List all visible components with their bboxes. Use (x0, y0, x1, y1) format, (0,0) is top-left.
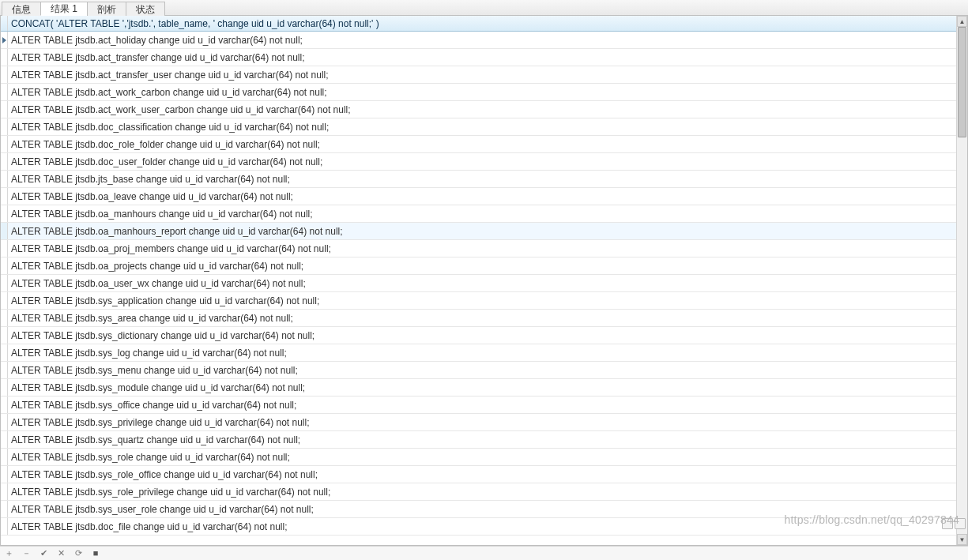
cell-value[interactable]: ALTER TABLE jtsdb.sys_role_office change… (8, 469, 321, 480)
table-row[interactable]: ALTER TABLE jtsdb.oa_proj_members change… (1, 240, 956, 257)
cell-value[interactable]: ALTER TABLE jtsdb.oa_proj_members change… (8, 243, 334, 254)
cell-value[interactable]: ALTER TABLE jtsdb.sys_role change uid u_… (8, 452, 293, 463)
cell-value[interactable]: ALTER TABLE jtsdb.act_transfer change ui… (8, 52, 308, 63)
table-row[interactable]: ALTER TABLE jtsdb.oa_projects change uid… (1, 257, 956, 275)
tab-1[interactable]: 结果 1 (40, 2, 88, 16)
cell-value[interactable]: ALTER TABLE jtsdb.oa_manhours_report cha… (8, 226, 346, 237)
cell-value[interactable]: ALTER TABLE jtsdb.oa_manhours change uid… (8, 209, 316, 220)
table-row[interactable]: ALTER TABLE jtsdb.act_transfer_user chan… (1, 66, 956, 84)
cell-value[interactable]: ALTER TABLE jtsdb.sys_menu change uid u_… (8, 365, 301, 376)
cell-value[interactable]: ALTER TABLE jtsdb.doc_file change uid u_… (8, 521, 291, 532)
table-row[interactable]: ALTER TABLE jtsdb.doc_role_folder change… (1, 136, 956, 153)
row-gutter (1, 501, 8, 517)
row-gutter (1, 414, 8, 430)
stop-icon[interactable]: ■ (90, 548, 101, 559)
table-row[interactable]: ALTER TABLE jtsdb.doc_file change uid u_… (1, 518, 956, 536)
table-row[interactable]: ALTER TABLE jtsdb.sys_role_privilege cha… (1, 483, 956, 501)
cancel-icon[interactable]: ✕ (55, 548, 66, 559)
cell-value[interactable]: ALTER TABLE jtsdb.jts_base change uid u_… (8, 174, 293, 185)
results-grid[interactable]: CONCAT( 'ALTER TABLE ','jtsdb.', table_n… (1, 16, 956, 536)
cell-value[interactable]: ALTER TABLE jtsdb.sys_log change uid u_i… (8, 348, 290, 359)
scroll-track[interactable] (957, 27, 967, 534)
row-gutter (1, 344, 8, 361)
cell-value[interactable]: ALTER TABLE jtsdb.sys_area change uid u_… (8, 313, 296, 324)
cell-value[interactable]: ALTER TABLE jtsdb.act_work_carbon change… (8, 87, 330, 98)
row-gutter (1, 483, 8, 500)
view-form-icon[interactable] (955, 518, 966, 529)
scroll-up-arrow-icon[interactable]: ▲ (957, 16, 967, 27)
scroll-thumb[interactable] (958, 27, 966, 137)
table-row[interactable]: ALTER TABLE jtsdb.sys_module change uid … (1, 379, 956, 397)
cell-value[interactable]: ALTER TABLE jtsdb.oa_leave change uid u_… (8, 191, 296, 202)
row-gutter (1, 49, 8, 66)
grid-header-row: CONCAT( 'ALTER TABLE ','jtsdb.', table_n… (1, 16, 956, 32)
table-row[interactable]: ALTER TABLE jtsdb.sys_privilege change u… (1, 414, 956, 431)
cell-value[interactable]: ALTER TABLE jtsdb.act_transfer_user chan… (8, 70, 332, 81)
table-row[interactable]: ALTER TABLE jtsdb.sys_application change… (1, 292, 956, 310)
table-row[interactable]: ALTER TABLE jtsdb.sys_role_office change… (1, 466, 956, 483)
tab-0[interactable]: 信息 (2, 2, 41, 16)
grid-wrap: CONCAT( 'ALTER TABLE ','jtsdb.', table_n… (1, 16, 956, 545)
header-gutter (1, 16, 8, 31)
cell-value[interactable]: ALTER TABLE jtsdb.doc_classification cha… (8, 122, 332, 133)
cell-value[interactable]: ALTER TABLE jtsdb.sys_module change uid … (8, 382, 308, 393)
table-row[interactable]: ALTER TABLE jtsdb.sys_log change uid u_i… (1, 344, 956, 362)
cell-value[interactable]: ALTER TABLE jtsdb.act_holiday change uid… (8, 35, 306, 46)
cell-value[interactable]: ALTER TABLE jtsdb.doc_role_folder change… (8, 139, 323, 150)
row-gutter (1, 84, 8, 100)
row-gutter (1, 101, 8, 118)
row-gutter (1, 223, 8, 239)
scroll-down-arrow-icon[interactable]: ▼ (957, 534, 967, 545)
cell-value[interactable]: ALTER TABLE jtsdb.sys_dictionary change … (8, 330, 318, 341)
row-gutter (1, 431, 8, 448)
view-grid-icon[interactable] (942, 518, 953, 529)
cell-value[interactable]: ALTER TABLE jtsdb.oa_projects change uid… (8, 261, 307, 272)
cell-value[interactable]: ALTER TABLE jtsdb.sys_quartz change uid … (8, 434, 303, 445)
vertical-scrollbar[interactable]: ▲ ▼ (956, 16, 967, 545)
cell-value[interactable]: ALTER TABLE jtsdb.sys_role_privilege cha… (8, 487, 333, 498)
cell-value[interactable]: ALTER TABLE jtsdb.sys_user_role change u… (8, 504, 317, 515)
row-gutter (1, 449, 8, 465)
table-row[interactable]: ALTER TABLE jtsdb.doc_user_folder change… (1, 153, 956, 171)
delete-row-icon[interactable]: － (21, 548, 32, 559)
add-row-icon[interactable]: ＋ (3, 548, 14, 559)
row-gutter (1, 188, 8, 205)
row-gutter (1, 257, 8, 274)
cell-value[interactable]: ALTER TABLE jtsdb.sys_office change uid … (8, 400, 299, 411)
table-row[interactable]: ALTER TABLE jtsdb.sys_area change uid u_… (1, 310, 956, 327)
table-row[interactable]: ALTER TABLE jtsdb.sys_user_role change u… (1, 501, 956, 518)
current-row-pointer-icon (2, 37, 6, 43)
row-gutter (1, 327, 8, 344)
tab-label: 剖析 (97, 3, 116, 16)
table-row[interactable]: ALTER TABLE jtsdb.act_transfer change ui… (1, 49, 956, 66)
cell-value[interactable]: ALTER TABLE jtsdb.sys_application change… (8, 295, 322, 306)
grid-header-cell[interactable]: CONCAT( 'ALTER TABLE ','jtsdb.', table_n… (8, 16, 382, 31)
table-row[interactable]: ALTER TABLE jtsdb.sys_office change uid … (1, 397, 956, 414)
tab-3[interactable]: 状态 (126, 2, 165, 16)
cell-value[interactable]: ALTER TABLE jtsdb.act_work_user_carbon c… (8, 104, 354, 115)
table-row[interactable]: ALTER TABLE jtsdb.act_work_user_carbon c… (1, 101, 956, 118)
apply-icon[interactable]: ✔ (38, 548, 49, 559)
row-gutter (1, 518, 8, 535)
table-row[interactable]: ALTER TABLE jtsdb.act_work_carbon change… (1, 84, 956, 101)
table-row[interactable]: ALTER TABLE jtsdb.doc_classification cha… (1, 118, 956, 136)
cell-value[interactable]: ALTER TABLE jtsdb.doc_user_folder change… (8, 156, 326, 167)
row-gutter (1, 153, 8, 170)
table-row[interactable]: ALTER TABLE jtsdb.sys_quartz change uid … (1, 431, 956, 449)
table-row[interactable]: ALTER TABLE jtsdb.oa_manhours_report cha… (1, 223, 956, 240)
tab-2[interactable]: 剖析 (87, 2, 126, 16)
table-row[interactable]: ALTER TABLE jtsdb.sys_dictionary change … (1, 327, 956, 344)
table-row[interactable]: ALTER TABLE jtsdb.sys_role change uid u_… (1, 449, 956, 466)
refresh-icon[interactable]: ⟳ (73, 548, 84, 559)
table-row[interactable]: ALTER TABLE jtsdb.act_holiday change uid… (1, 32, 956, 49)
row-gutter (1, 379, 8, 396)
table-row[interactable]: ALTER TABLE jtsdb.sys_menu change uid u_… (1, 362, 956, 379)
tab-label: 信息 (12, 3, 31, 16)
table-row[interactable]: ALTER TABLE jtsdb.oa_user_wx change uid … (1, 275, 956, 292)
table-row[interactable]: ALTER TABLE jtsdb.oa_manhours change uid… (1, 205, 956, 223)
cell-value[interactable]: ALTER TABLE jtsdb.sys_privilege change u… (8, 417, 313, 428)
table-row[interactable]: ALTER TABLE jtsdb.oa_leave change uid u_… (1, 188, 956, 205)
row-gutter (1, 466, 8, 483)
cell-value[interactable]: ALTER TABLE jtsdb.oa_user_wx change uid … (8, 278, 309, 289)
table-row[interactable]: ALTER TABLE jtsdb.jts_base change uid u_… (1, 171, 956, 188)
